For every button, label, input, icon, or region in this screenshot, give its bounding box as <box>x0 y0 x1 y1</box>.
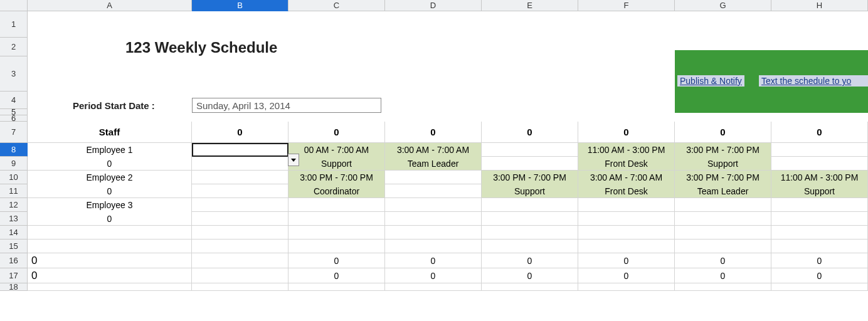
employee-sub-1[interactable]: 0 <box>28 184 192 198</box>
cell-F18[interactable] <box>578 283 675 291</box>
cell-B6[interactable] <box>192 115 288 122</box>
cell-H14[interactable] <box>771 226 868 239</box>
column-header-E[interactable]: E <box>482 0 578 11</box>
shift-time-2-1[interactable] <box>288 198 385 212</box>
cell-E2[interactable] <box>482 38 578 56</box>
row-header-18[interactable]: 18 <box>0 283 28 291</box>
shift-role-1-0[interactable] <box>192 184 288 198</box>
cell-E14[interactable] <box>482 226 578 239</box>
shift-time-1-3[interactable]: 3:00 PM - 7:00 PM <box>482 171 578 184</box>
shift-time-2-2[interactable] <box>385 198 482 212</box>
cell-C18[interactable] <box>288 283 385 291</box>
shift-role-1-3[interactable]: Support <box>482 184 578 198</box>
cell-F3[interactable] <box>578 56 675 92</box>
shift-role-0-6[interactable] <box>771 157 868 171</box>
cell-A15[interactable] <box>28 239 192 253</box>
column-header-H[interactable]: H <box>771 0 868 11</box>
cell-D18[interactable] <box>385 283 482 291</box>
shift-time-0-6[interactable] <box>771 143 868 157</box>
row-header-14[interactable]: 14 <box>0 226 28 239</box>
active-cell[interactable] <box>192 143 288 157</box>
cell-G15[interactable] <box>675 239 771 253</box>
cell-G14[interactable] <box>675 226 771 239</box>
shift-time-0-4[interactable]: 11:00 AM - 3:00 PM <box>578 143 675 157</box>
total-G-17[interactable]: 0 <box>675 268 771 283</box>
cell-G1[interactable] <box>675 11 771 38</box>
cell-F15[interactable] <box>578 239 675 253</box>
cell-D4[interactable] <box>385 92 482 109</box>
cell-H1[interactable] <box>771 11 868 38</box>
shift-role-0-4[interactable]: Front Desk <box>578 157 675 171</box>
shift-role-0-0[interactable] <box>192 157 288 171</box>
day-header-3[interactable]: 0 <box>482 122 578 143</box>
employee-name-0[interactable]: Employee 1 <box>28 143 192 157</box>
shift-role-2-1[interactable] <box>288 212 385 226</box>
total-A-17[interactable]: 0 <box>28 268 192 283</box>
column-header-G[interactable]: G <box>675 0 771 11</box>
cell-G18[interactable] <box>675 283 771 291</box>
cell-B15[interactable] <box>192 239 288 253</box>
row-header-6[interactable]: 6 <box>0 115 28 122</box>
cell-F6[interactable] <box>578 115 675 122</box>
cell-A18[interactable] <box>28 283 192 291</box>
shift-time-1-5[interactable]: 3:00 PM - 7:00 PM <box>675 171 771 184</box>
row-header-17[interactable]: 17 <box>0 268 28 283</box>
cell-A1[interactable] <box>28 11 192 38</box>
total-B-17[interactable] <box>192 268 288 283</box>
shift-time-2-3[interactable] <box>482 198 578 212</box>
staff-header[interactable]: Staff <box>28 122 192 143</box>
shift-time-1-0[interactable] <box>192 171 288 184</box>
shift-role-0-3[interactable] <box>482 157 578 171</box>
row-header-4[interactable]: 4 <box>0 92 28 109</box>
cell-D5[interactable] <box>385 109 482 115</box>
cell-A6[interactable] <box>28 115 192 122</box>
row-header-15[interactable]: 15 <box>0 239 28 253</box>
row-header-1[interactable]: 1 <box>0 11 28 38</box>
total-A-16[interactable]: 0 <box>28 253 192 268</box>
column-header-F[interactable]: F <box>578 0 675 11</box>
publish-notify-link[interactable]: Publish & Notify <box>677 75 744 87</box>
cell-D6[interactable] <box>385 115 482 122</box>
day-header-0[interactable]: 0 <box>192 122 288 143</box>
shift-time-0-3[interactable] <box>482 143 578 157</box>
cell-B14[interactable] <box>192 226 288 239</box>
shift-role-0-1[interactable]: Support <box>288 157 385 171</box>
cell-C15[interactable] <box>288 239 385 253</box>
cell-E4[interactable] <box>482 92 578 109</box>
cell-E15[interactable] <box>482 239 578 253</box>
total-E-16[interactable]: 0 <box>482 253 578 268</box>
employee-name-2[interactable]: Employee 3 <box>28 198 192 212</box>
cell-H15[interactable] <box>771 239 868 253</box>
row-header-3[interactable]: 3 <box>0 56 28 92</box>
shift-time-1-1[interactable]: 3:00 PM - 7:00 PM <box>288 171 385 184</box>
cell-D3[interactable] <box>385 56 482 92</box>
shift-time-0-5[interactable]: 3:00 PM - 7:00 PM <box>675 143 771 157</box>
cell-C6[interactable] <box>288 115 385 122</box>
row-header-12[interactable]: 12 <box>0 198 28 212</box>
shift-role-0-2[interactable]: Team Leader <box>385 157 482 171</box>
row-header-11[interactable]: 11 <box>0 184 28 198</box>
total-H-16[interactable]: 0 <box>771 253 868 268</box>
shift-role-1-1[interactable]: Coordinator <box>288 184 385 198</box>
cell-B18[interactable] <box>192 283 288 291</box>
total-D-16[interactable]: 0 <box>385 253 482 268</box>
cell-F5[interactable] <box>578 109 675 115</box>
cell-E18[interactable] <box>482 283 578 291</box>
shift-role-0-5[interactable]: Support <box>675 157 771 171</box>
cell-E3[interactable] <box>482 56 578 92</box>
cell-B1[interactable] <box>192 11 288 38</box>
cell-F2[interactable] <box>578 38 675 56</box>
cell-C1[interactable] <box>288 11 385 38</box>
text-schedule-link[interactable]: Text the schedule to yo <box>759 75 868 87</box>
cell-H6[interactable] <box>771 115 868 122</box>
employee-name-1[interactable]: Employee 2 <box>28 171 192 184</box>
employee-sub-0[interactable]: 0 <box>28 157 192 171</box>
day-header-2[interactable]: 0 <box>385 122 482 143</box>
cell-F4[interactable] <box>578 92 675 109</box>
shift-time-0-1[interactable]: 00 AM - 7:00 AM <box>288 143 385 157</box>
employee-sub-2[interactable]: 0 <box>28 212 192 226</box>
row-header-7[interactable]: 7 <box>0 122 28 143</box>
cell-dropdown-button[interactable] <box>288 154 299 166</box>
shift-time-2-5[interactable] <box>675 198 771 212</box>
cell-C3[interactable] <box>288 56 385 92</box>
